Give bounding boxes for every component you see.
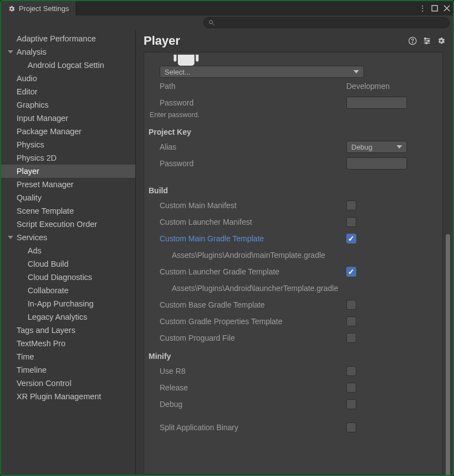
- build-item-checkbox[interactable]: [346, 234, 356, 244]
- build-item-checkbox[interactable]: [346, 316, 356, 326]
- window-title: Project Settings: [19, 4, 69, 13]
- build-item-label: Custom Gradle Properties Template: [147, 317, 346, 326]
- main-panel: Player Select...: [136, 30, 453, 475]
- svg-rect-8: [425, 38, 426, 40]
- build-item-label: Custom Main Gradle Template: [147, 234, 346, 243]
- build-item-checkbox[interactable]: [346, 267, 356, 277]
- keystore-select[interactable]: Select...: [160, 66, 364, 78]
- sidebar-item-preset-manager[interactable]: Preset Manager: [1, 178, 135, 191]
- keystore-password-hint: Enter password.: [147, 111, 439, 122]
- scrollbar[interactable]: [445, 52, 451, 475]
- build-item-checkbox[interactable]: [346, 200, 356, 210]
- sidebar-item-in-app-purchasing[interactable]: In-App Purchasing: [1, 297, 135, 310]
- build-item-label: Custom Launcher Manifest: [147, 218, 346, 226]
- titlebar: Project Settings ⋮: [1, 1, 453, 15]
- svg-point-4: [412, 43, 413, 43]
- sidebar-item-quality[interactable]: Quality: [1, 191, 135, 204]
- sidebar-item-timeline[interactable]: Timeline: [1, 363, 135, 377]
- main-header: Player: [136, 30, 453, 52]
- sidebar-item-adaptive-performance[interactable]: Adaptive Performance: [1, 32, 135, 45]
- sidebar-item-physics-2d[interactable]: Physics 2D: [1, 151, 135, 165]
- minify-item-label: Release: [147, 383, 346, 392]
- sidebar-item-legacy-analytics[interactable]: Legacy Analytics: [1, 310, 135, 324]
- split-binary-checkbox[interactable]: [346, 422, 356, 432]
- chevron-down-icon: [397, 145, 402, 149]
- settings-gear-icon[interactable]: [435, 35, 447, 47]
- sidebar-item-cloud-diagnostics[interactable]: Cloud Diagnostics: [1, 271, 135, 284]
- projectkey-password-input[interactable]: [346, 157, 407, 170]
- build-item-checkbox[interactable]: [346, 300, 356, 310]
- sidebar-item-input-manager[interactable]: Input Manager: [1, 112, 135, 125]
- build-item-label: Custom Main Manifest: [147, 201, 346, 210]
- build-item-checkbox[interactable]: [346, 333, 356, 343]
- sidebar-item-xr-plugin-management[interactable]: XR Plugin Management: [1, 390, 135, 403]
- svg-point-1: [209, 20, 213, 24]
- build-item-label: Custom Base Gradle Template: [147, 300, 346, 309]
- window-menu-icon[interactable]: ⋮: [416, 1, 429, 15]
- sidebar-item-package-manager[interactable]: Package Manager: [1, 125, 135, 138]
- projectkey-password-label: Password: [147, 159, 346, 168]
- svg-rect-10: [426, 43, 427, 44]
- help-icon[interactable]: [407, 35, 419, 47]
- minify-item-checkbox[interactable]: [346, 366, 356, 376]
- sidebar-item-textmesh-pro[interactable]: TextMesh Pro: [1, 337, 135, 350]
- sidebar-item-android-logcat-settin[interactable]: Android Logcat Settin: [1, 59, 135, 72]
- sidebar-item-player[interactable]: Player: [1, 165, 135, 178]
- sidebar-item-audio[interactable]: Audio: [1, 72, 135, 85]
- svg-rect-9: [428, 40, 429, 42]
- sidebar-item-graphics[interactable]: Graphics: [1, 98, 135, 112]
- build-heading: Build: [147, 181, 439, 197]
- split-binary-label: Split Application Binary: [147, 423, 346, 432]
- window-tab[interactable]: Project Settings: [1, 1, 76, 15]
- sidebar: Adaptive PerformanceAnalysisAndroid Logc…: [1, 30, 136, 475]
- maximize-icon[interactable]: [429, 1, 441, 15]
- minify-heading: Minify: [147, 346, 439, 363]
- android-glyph-fragment: [170, 55, 208, 66]
- search-field[interactable]: [203, 17, 450, 28]
- page-title: Player: [144, 34, 404, 48]
- player-panel: Select... Path Developmen Password Enter…: [144, 52, 443, 475]
- sidebar-item-ads[interactable]: Ads: [1, 244, 135, 257]
- keystore-password-input[interactable]: [346, 97, 407, 109]
- sidebar-item-version-control[interactable]: Version Control: [1, 377, 135, 390]
- svg-rect-13: [196, 55, 199, 62]
- minify-item-checkbox[interactable]: [346, 399, 356, 409]
- alias-select[interactable]: Debug: [346, 141, 407, 153]
- sidebar-item-collaborate[interactable]: Collaborate: [1, 284, 135, 297]
- sidebar-item-time[interactable]: Time: [1, 350, 135, 363]
- search-row: [1, 15, 453, 30]
- search-input[interactable]: [218, 19, 445, 27]
- scrollbar-thumb[interactable]: [446, 234, 450, 475]
- minify-item-label: Use R8: [147, 367, 346, 375]
- sidebar-item-cloud-build[interactable]: Cloud Build: [1, 257, 135, 271]
- svg-rect-0: [432, 6, 437, 11]
- alias-select-value: Debug: [351, 143, 372, 151]
- sidebar-item-editor[interactable]: Editor: [1, 85, 135, 98]
- sidebar-item-tags-and-layers[interactable]: Tags and Layers: [1, 324, 135, 337]
- sidebar-item-services[interactable]: Services: [1, 231, 135, 244]
- search-icon: [208, 19, 215, 26]
- gear-icon: [8, 5, 15, 13]
- project-key-heading: Project Key: [147, 122, 439, 139]
- preset-icon[interactable]: [421, 35, 433, 47]
- svg-rect-12: [174, 55, 177, 62]
- sidebar-item-script-execution-order[interactable]: Script Execution Order: [1, 218, 135, 231]
- svg-line-2: [213, 24, 214, 25]
- minify-item-label: Debug: [147, 400, 346, 409]
- build-item-path: Assets\Plugins\Android\mainTemplate.grad…: [147, 251, 346, 260]
- svg-rect-11: [178, 55, 194, 66]
- build-item-checkbox[interactable]: [346, 217, 356, 227]
- sidebar-item-analysis[interactable]: Analysis: [1, 45, 135, 59]
- sidebar-item-physics[interactable]: Physics: [1, 138, 135, 151]
- chevron-down-icon: [353, 70, 359, 73]
- keystore-path-value: Developmen: [346, 82, 439, 91]
- close-icon[interactable]: [441, 1, 453, 15]
- minify-item-checkbox[interactable]: [346, 383, 356, 393]
- keystore-select-label: Select...: [165, 68, 191, 76]
- build-item-path: Assets\Plugins\Android\launcherTemplate.…: [147, 284, 346, 293]
- build-item-label: Custom Proguard File: [147, 334, 346, 342]
- alias-label: Alias: [147, 142, 346, 151]
- sidebar-item-scene-template[interactable]: Scene Template: [1, 204, 135, 218]
- build-item-label: Custom Launcher Gradle Template: [147, 267, 346, 276]
- keystore-password-label: Password: [147, 98, 346, 107]
